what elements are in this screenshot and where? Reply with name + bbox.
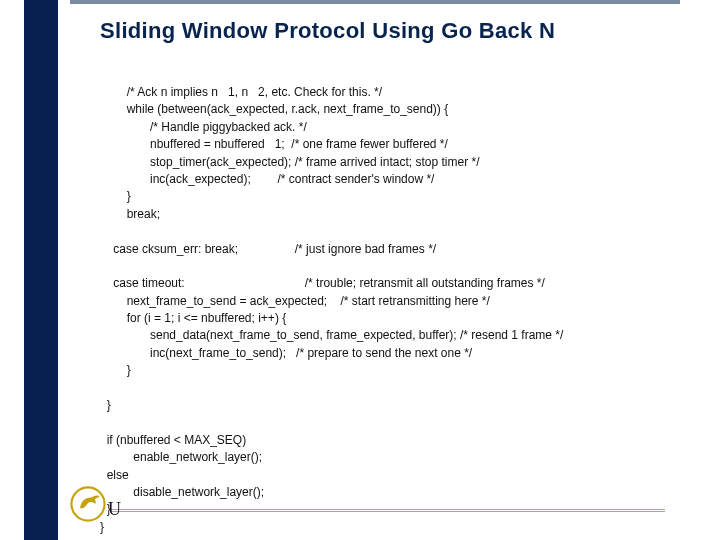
footer-letter: U — [108, 499, 121, 520]
bottom-divider — [110, 509, 665, 510]
code-listing: /* Ack n implies n 1, n 2, etc. Check fo… — [100, 84, 700, 536]
top-divider — [70, 0, 680, 4]
page-title: Sliding Window Protocol Using Go Back N — [100, 18, 680, 44]
svg-point-0 — [71, 487, 104, 520]
pegasus-seal-icon — [70, 486, 106, 522]
left-decorative-stripe — [24, 0, 58, 540]
